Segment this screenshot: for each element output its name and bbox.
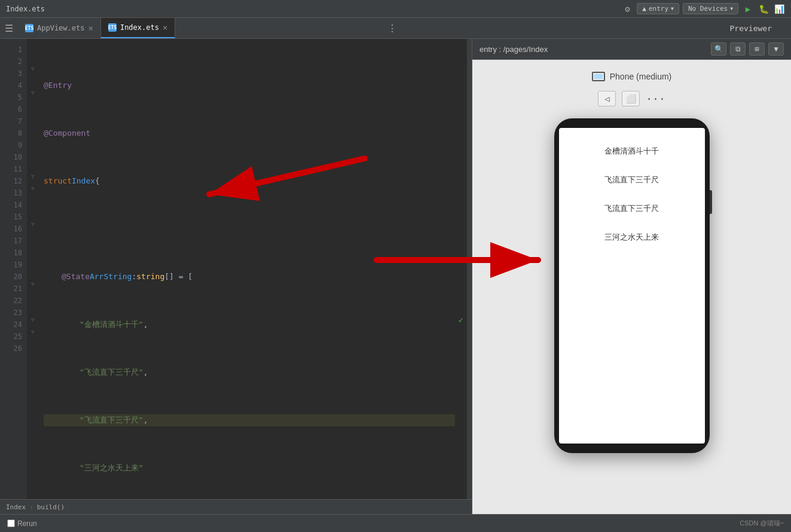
devices-label: No Devices (688, 5, 728, 13)
debug-icon[interactable]: 🐛 (758, 3, 769, 15)
previewer-tab-label: Previewer (730, 24, 772, 33)
title-bar: Index.ets ⚙ ▲ entry ▼ No Devices ▼ ▶ 🐛 📊 (0, 0, 791, 18)
line-numbers: 12345 678910 1112131415 1617181920 21222… (0, 39, 27, 499)
previewer-path: entry : /pages/Index (480, 45, 548, 54)
fold-3[interactable]: ▽ (27, 63, 39, 75)
entry-icon: ▲ (642, 5, 646, 13)
tab-right: Previewer (401, 18, 792, 38)
title-bar-left: Index.ets (6, 5, 45, 13)
code-area[interactable]: @Entry @Component struct Index { @State … (39, 39, 455, 499)
fold-11 (27, 158, 39, 170)
devices-caret: ▼ (730, 6, 733, 11)
tab-icon-index: ETS (108, 23, 117, 32)
fold-7 (27, 111, 39, 123)
phone-screen: 金槽清酒斗十千 飞流直下三千尺 飞流直下三千尺 三河之水天上来 (559, 128, 705, 444)
bottom-watermark: CSDN @珺瑞~ (740, 519, 784, 528)
fold-16[interactable]: ▽ (27, 218, 39, 230)
bottom-left: Rerun (7, 519, 37, 528)
code-line-6: "金槽清酒斗十千", (44, 319, 455, 331)
tab-bar: ☰ ETS AppView.ets × ETS Index.ets × ⋮ Pr… (0, 18, 791, 39)
rotate-back-btn[interactable]: ◁ (598, 91, 616, 106)
preview-btn-2[interactable]: ⧉ (730, 42, 746, 56)
phone-text-4: 三河之水天上来 (604, 232, 659, 243)
code-line-3: struct Index { (44, 175, 455, 187)
fold-13[interactable]: ▽ (27, 182, 39, 194)
fold-19 (27, 254, 39, 266)
code-line-8: "飞流直下三千尺", (44, 414, 455, 426)
device-name: Phone (medium) (610, 72, 672, 81)
fold-6 (27, 99, 39, 111)
sidebar-toggle[interactable]: ☰ (0, 18, 18, 38)
breadcrumb-sep: › (29, 503, 33, 511)
title-bar-right: ⚙ ▲ entry ▼ No Devices ▼ ▶ 🐛 📊 (621, 3, 785, 15)
phone-text-1: 金槽清酒斗十千 (604, 146, 659, 157)
device-label: Phone (medium) (592, 72, 672, 81)
code-line-5: @State ArrString:string[] = [ (44, 271, 455, 283)
fold-23 (27, 302, 39, 314)
gutter-folds: ▽ ▽ ▽ ▽ ▽ ▽ ▽ (27, 39, 39, 499)
tab-label-index: Index.ets (120, 23, 159, 32)
rerun-checkbox[interactable] (7, 519, 15, 527)
code-line-9: "三河之水天上来" (44, 462, 455, 474)
tab-icon-appview: ETS (25, 24, 33, 32)
more-options-btn[interactable]: ··· (646, 93, 665, 105)
breadcrumb-index: Index (6, 503, 26, 511)
fold-8 (27, 123, 39, 134)
tab-appview[interactable]: ETS AppView.ets × (18, 18, 101, 38)
check-mark-24: ✓ (455, 314, 467, 326)
previewer-header: entry : /pages/Index 🔍 ⧉ ⊞ ▼ (472, 39, 791, 60)
bottom-bar: Rerun CSDN @珺瑞~ (0, 514, 791, 532)
rerun-checkbox-group: Rerun (7, 519, 37, 528)
phone-side-button (710, 190, 712, 214)
previewer-controls: 🔍 ⧉ ⊞ ▼ (711, 42, 784, 56)
tab-bar-left: ☰ ETS AppView.ets × ETS Index.ets × (0, 18, 383, 38)
code-line-1: @Entry (44, 80, 455, 91)
fold-18 (27, 242, 39, 254)
editor-panel: 12345 678910 1112131415 1617181920 21222… (0, 39, 472, 514)
fold-24[interactable]: ▽ (27, 314, 39, 326)
settings-icon[interactable]: ⚙ (621, 3, 633, 15)
code-line-7: "飞流直下三千尺", (44, 366, 455, 378)
tab-close-index[interactable]: × (163, 23, 167, 32)
run-icon[interactable]: ▶ (742, 3, 754, 15)
entry-button[interactable]: ▲ entry ▼ (637, 3, 679, 14)
device-controls: ◁ ⬜ ··· (598, 91, 665, 106)
fold-2 (27, 51, 39, 63)
fold-25[interactable]: ▽ (27, 326, 39, 338)
code-line-4 (44, 223, 455, 235)
fold-26 (27, 338, 39, 350)
phone-text-3: 飞流直下三千尺 (604, 203, 659, 214)
fold-14 (27, 194, 39, 206)
preview-layout-1[interactable]: ⊞ (749, 42, 765, 56)
fold-12[interactable]: ▽ (27, 170, 39, 182)
phone-mockup: 金槽清酒斗十千 飞流直下三千尺 飞流直下三千尺 三河之水天上来 (554, 118, 710, 453)
fold-4 (27, 75, 39, 87)
tab-more[interactable]: ⋮ (383, 18, 401, 38)
profile-icon[interactable]: 📊 (773, 3, 785, 15)
editor-content: 12345 678910 1112131415 1617181920 21222… (0, 39, 472, 499)
fold-5[interactable]: ▽ (27, 87, 39, 99)
entry-label: entry (649, 5, 668, 13)
previewer-panel: entry : /pages/Index 🔍 ⧉ ⊞ ▼ Phone (medi… (472, 39, 791, 514)
fold-10 (27, 146, 39, 158)
fold-15 (27, 206, 39, 218)
tab-close-appview[interactable]: × (88, 23, 93, 33)
fold-9 (27, 134, 39, 146)
title-file: Index.ets (6, 5, 45, 13)
code-line-2: @Component (44, 127, 455, 139)
device-type-icon (592, 72, 605, 81)
rotate-side-btn[interactable]: ⬜ (622, 91, 640, 106)
preview-btn-1[interactable]: 🔍 (711, 42, 726, 56)
devices-button[interactable]: No Devices ▼ (683, 3, 738, 14)
breadcrumb-build: build() (37, 503, 65, 511)
tab-index[interactable]: ETS Index.ets × (101, 18, 175, 38)
fold-22 (27, 290, 39, 302)
preview-layout-caret[interactable]: ▼ (768, 42, 784, 56)
editor-scrollbar[interactable] (467, 39, 472, 499)
fold-17 (27, 230, 39, 242)
fold-1 (27, 39, 39, 51)
check-col: ✓ (455, 39, 467, 499)
fold-21[interactable]: ▽ (27, 278, 39, 290)
entry-caret: ▼ (671, 6, 674, 11)
tab-label-appview: AppView.ets (37, 24, 84, 32)
